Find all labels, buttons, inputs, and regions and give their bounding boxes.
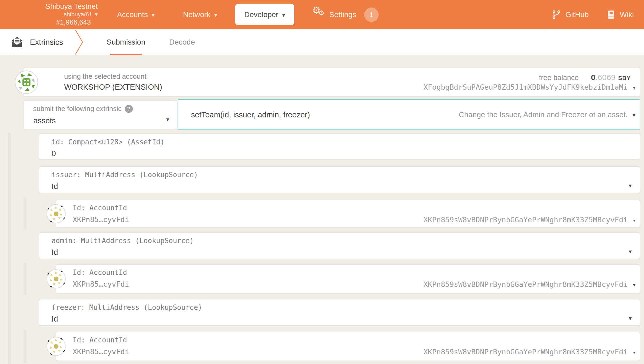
nav-network-label: Network <box>183 10 211 19</box>
github-link[interactable]: GitHub <box>552 10 589 19</box>
settings-gear-icon <box>312 9 325 21</box>
param-admin-value: Id <box>52 248 58 257</box>
param-admin-account-select[interactable]: Id: AccountId XKPn85…cyvFdi XKPn859sW8vB… <box>56 264 640 294</box>
wiki-link-label: Wiki <box>620 10 634 19</box>
accountid-label: Id: AccountId <box>73 204 127 212</box>
chevron-down-icon <box>152 10 154 19</box>
tab-decode[interactable]: Decode <box>166 29 198 55</box>
accountid-address: XKPn859sW8vBDNPrBynbGGaYePrWNghr8mK33Z5M… <box>424 216 636 224</box>
method-description: Change the Issuer, Admin and Freezer of … <box>459 110 635 119</box>
param-freezer-label: freezer: MultiAddress (LookupSource) <box>52 303 202 311</box>
accountid-address-text: XKPn859sW8vBDNPrBynbGGaYePrWNghr8mK33Z5M… <box>424 280 628 288</box>
github-link-label: GitHub <box>565 10 589 19</box>
nav-developer-label: Developer <box>244 10 278 19</box>
account-select[interactable]: using the selected account WORKSHOP (EXT… <box>23 68 640 97</box>
chevron-down-icon <box>95 11 98 18</box>
tab-submission[interactable]: Submission <box>104 29 148 55</box>
account-name: WORKSHOP (EXTENSION) <box>64 83 162 92</box>
pallet-select[interactable]: submit the following extrinsic assets <box>24 100 178 130</box>
accountid-address: XKPn859sW8vBDNPrBynbGGaYePrWNghr8mK33Z5M… <box>424 280 636 288</box>
free-balance-label: free balance <box>539 74 579 82</box>
nav-accounts[interactable]: Accounts <box>117 0 154 29</box>
accountid-label: Id: AccountId <box>73 268 127 276</box>
chevron-separator <box>74 29 84 55</box>
tab-decode-label: Decode <box>169 38 195 46</box>
section-title-label: Extrinsics <box>30 38 63 47</box>
code-branch-icon <box>552 10 561 19</box>
help-icon[interactable] <box>125 105 133 113</box>
account-identicon <box>15 70 38 94</box>
chevron-down-icon <box>629 183 632 189</box>
chain-name: Shibuya Testnet <box>34 2 98 11</box>
chevron-down-icon <box>214 10 217 19</box>
param-issuer-account-select[interactable]: Id: AccountId XKPn85…cyvFdi XKPn859sW8vB… <box>56 200 640 228</box>
param-issuer-select[interactable]: issuer: MultiAddress (LookupSource) Id <box>39 166 640 193</box>
param-admin-select[interactable]: admin: MultiAddress (LookupSource) Id <box>39 232 640 259</box>
tab-bar: Extrinsics Submission Decode <box>0 29 644 55</box>
param-id-value: 0 <box>52 149 56 158</box>
accountid-identicon <box>46 204 66 224</box>
top-nav-bar: Shibuya Testnet shibuya/61 #1,966,643 Ac… <box>0 0 644 29</box>
accountid-short: XKPn85…cyvFdi <box>73 280 129 288</box>
param-admin-label: admin: MultiAddress (LookupSource) <box>52 237 194 245</box>
chevron-down-icon <box>166 117 169 122</box>
nested-indent-guide <box>24 197 26 230</box>
external-links: GitHub Wiki <box>552 0 634 29</box>
accountid-address-text: XKPn859sW8vBDNPrBynbGGaYePrWNghr8mK33Z5M… <box>424 216 628 224</box>
chevron-down-icon <box>629 315 632 321</box>
account-select-label: using the selected account <box>64 72 146 81</box>
accountid-identicon <box>46 337 66 356</box>
free-balance-value: 0.6069SBY <box>591 73 631 82</box>
param-id-label: id: Compact<u128> (AssetId) <box>52 138 165 146</box>
settings-badge: 1 <box>364 7 379 22</box>
nav-network[interactable]: Network <box>183 0 217 29</box>
method-select[interactable]: setTeam(id, issuer, admin, freezer) Chan… <box>178 99 640 130</box>
accountid-label: Id: AccountId <box>73 336 127 344</box>
pallet-select-label-text: submit the following extrinsic <box>33 105 122 113</box>
method-select-value: setTeam(id, issuer, admin, freezer) <box>191 110 310 119</box>
chevron-down-icon <box>633 110 635 119</box>
param-freezer-select[interactable]: freezer: MultiAddress (LookupSource) Id <box>39 299 640 326</box>
param-id-input[interactable]: id: Compact<u128> (AssetId) 0 <box>39 133 640 160</box>
tab-submission-label: Submission <box>107 38 145 46</box>
param-issuer-label: issuer: MultiAddress (LookupSource) <box>52 171 198 179</box>
envelope-open-icon <box>11 36 23 48</box>
nav-developer[interactable]: Developer <box>235 4 294 25</box>
book-icon <box>606 10 615 19</box>
nav-settings-label: Settings <box>329 10 356 19</box>
chevron-down-icon <box>282 10 285 19</box>
method-description-text: Change the Issuer, Admin and Freezer of … <box>459 110 628 119</box>
accountid-address-text: XKPn859sW8vBDNPrBynbGGaYePrWNghr8mK33Z5M… <box>424 348 628 356</box>
free-balance: free balance 0.6069SBY <box>539 73 631 82</box>
pallet-select-label: submit the following extrinsic <box>33 105 133 113</box>
chevron-down-icon <box>629 249 632 255</box>
best-block-number: #1,966,643 <box>34 18 98 26</box>
chevron-down-icon[interactable] <box>633 280 636 288</box>
param-issuer-value: Id <box>52 182 58 191</box>
chain-spec: shibuya/61 <box>34 11 98 18</box>
account-address-text: XFogbgBdrSuPAGeuP8Zd5J1mXBDWsYyJdFK9kebz… <box>424 83 628 91</box>
chain-selector[interactable]: Shibuya Testnet shibuya/61 #1,966,643 <box>34 2 98 26</box>
nested-indent-guide <box>24 330 26 363</box>
nav-settings[interactable]: Settings 1 <box>312 0 379 29</box>
param-freezer-value: Id <box>52 315 58 323</box>
accountid-address: XKPn859sW8vBDNPrBynbGGaYePrWNghr8mK33Z5M… <box>424 348 636 356</box>
chevron-down-icon[interactable] <box>633 216 636 224</box>
param-indent-guide <box>8 133 11 364</box>
wiki-link[interactable]: Wiki <box>606 10 634 19</box>
accountid-identicon <box>46 269 66 289</box>
app-section-title: Extrinsics <box>11 29 63 55</box>
chevron-down-icon[interactable] <box>633 83 636 91</box>
accountid-short: XKPn85…cyvFdi <box>73 215 129 224</box>
pallet-select-value: assets <box>33 116 56 125</box>
param-freezer-account-select[interactable]: Id: AccountId XKPn85…cyvFdi XKPn859sW8vB… <box>56 332 640 361</box>
accountid-short: XKPn85…cyvFdi <box>73 347 129 356</box>
nav-accounts-label: Accounts <box>117 10 148 19</box>
chain-spec-label: shibuya/61 <box>64 11 92 18</box>
chevron-down-icon[interactable] <box>633 348 636 356</box>
nested-indent-guide <box>24 263 26 295</box>
account-address: XFogbgBdrSuPAGeuP8Zd5J1mXBDWsYyJdFK9kebz… <box>424 83 636 91</box>
